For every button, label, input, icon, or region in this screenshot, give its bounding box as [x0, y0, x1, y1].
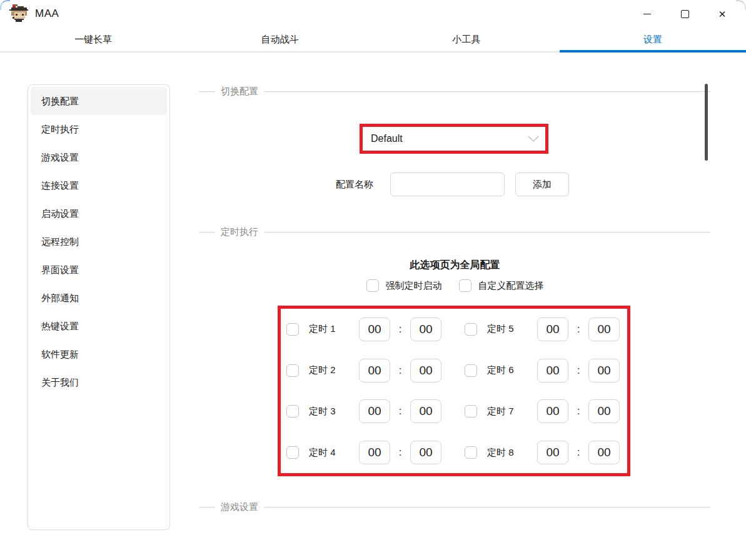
sidebar-item-hotkey-settings[interactable]: 热键设置 — [31, 312, 167, 340]
sidebar-item-external-notification[interactable]: 外部通知 — [31, 284, 167, 312]
sidebar-item-software-update[interactable]: 软件更新 — [31, 340, 167, 368]
tab-tools[interactable]: 小工具 — [373, 28, 560, 51]
close-button[interactable]: ✕ — [703, 0, 741, 28]
active-tab-underline — [560, 50, 746, 52]
tab-bar: 一键长草 自动战斗 小工具 设置 — [0, 28, 746, 52]
timer-1-minute-input[interactable] — [410, 318, 441, 341]
sidebar-item-switch-config[interactable]: 切换配置 — [31, 87, 167, 115]
timer-7-checkbox[interactable] — [465, 405, 477, 418]
timer-7-minute-input[interactable] — [588, 399, 620, 423]
maximize-icon — [681, 10, 689, 18]
section-label: 定时执行 — [221, 226, 258, 238]
time-colon: : — [568, 364, 588, 377]
timer-3-minute-input[interactable] — [410, 399, 441, 423]
tab-settings[interactable]: 设置 — [560, 28, 746, 51]
timer-1-checkbox[interactable] — [286, 323, 299, 336]
timer-2-checkbox[interactable] — [286, 364, 299, 377]
timer-6-checkbox[interactable] — [465, 364, 477, 377]
timer-7-hour-input[interactable] — [537, 399, 568, 423]
timer-1-hour-input[interactable] — [359, 318, 390, 341]
sidebar-item-scheduled-run[interactable]: 定时执行 — [31, 115, 167, 143]
divider-line — [264, 507, 710, 508]
sidebar-item-ui-settings[interactable]: 界面设置 — [31, 256, 167, 284]
time-colon: : — [568, 405, 588, 418]
add-config-button[interactable]: 添加 — [515, 172, 569, 196]
timer-8-cell: 定时 8 : — [465, 441, 620, 464]
timer-4-checkbox[interactable] — [286, 446, 299, 459]
timer-row: 定时 1 : 定时 5 : — [281, 318, 627, 341]
divider-line — [264, 232, 710, 232]
tab-auto-battle[interactable]: 自动战斗 — [186, 28, 373, 51]
timer-1-cell: 定时 1 : — [286, 318, 441, 341]
timer-4-label: 定时 4 — [309, 447, 348, 459]
maximize-button[interactable] — [666, 0, 703, 28]
tab-one-click-farming[interactable]: 一键长草 — [0, 28, 186, 51]
divider-line — [199, 232, 215, 232]
timer-2-label: 定时 2 — [309, 364, 348, 376]
close-icon: ✕ — [718, 9, 727, 19]
time-colon: : — [390, 446, 410, 459]
timer-6-hour-input[interactable] — [537, 359, 568, 382]
scrollbar-thumb[interactable] — [705, 84, 708, 161]
timer-row: 定时 4 : 定时 8 : — [281, 441, 627, 464]
timer-5-hour-input[interactable] — [537, 318, 568, 341]
section-header-switch-config: 切换配置 — [199, 84, 710, 98]
sidebar-item-about-us[interactable]: 关于我们 — [31, 368, 167, 396]
config-dropdown-value: Default — [371, 133, 528, 144]
force-start-checkbox[interactable] — [366, 279, 379, 292]
timer-5-checkbox[interactable] — [465, 323, 477, 336]
timer-grid: 定时 1 : 定时 5 : 定时 2 : — [281, 309, 627, 473]
config-name-row: 配置名称 添加 — [336, 172, 569, 196]
minimize-button[interactable] — [628, 0, 666, 28]
time-colon: : — [390, 323, 410, 336]
divider-line — [264, 91, 710, 92]
timer-3-hour-input[interactable] — [359, 399, 390, 423]
timer-4-minute-input[interactable] — [410, 441, 441, 464]
custom-config-label: 自定义配置选择 — [478, 280, 544, 292]
time-colon: : — [568, 323, 588, 336]
timer-2-cell: 定时 2 : — [286, 359, 441, 382]
settings-sidebar: 切换配置 定时执行 游戏设置 连接设置 启动设置 远程控制 界面设置 外部通知 … — [28, 84, 170, 530]
timer-3-checkbox[interactable] — [286, 405, 299, 418]
section-label: 切换配置 — [221, 86, 258, 98]
title-bar: MAA ✕ — [0, 0, 746, 28]
timer-7-label: 定时 7 — [487, 406, 527, 418]
sidebar-item-connection-settings[interactable]: 连接设置 — [31, 171, 167, 199]
timer-4-cell: 定时 4 : — [286, 441, 441, 464]
time-colon: : — [390, 364, 410, 377]
timer-6-minute-input[interactable] — [588, 359, 620, 382]
timer-8-minute-input[interactable] — [588, 441, 620, 464]
custom-config-option: 自定义配置选择 — [459, 279, 544, 292]
timer-7-cell: 定时 7 : — [465, 399, 620, 423]
global-config-note: 此选项页为全局配置 — [200, 259, 710, 272]
tab-settings-label: 设置 — [643, 34, 662, 44]
timer-8-hour-input[interactable] — [537, 441, 568, 464]
timer-2-minute-input[interactable] — [410, 359, 441, 382]
sidebar-item-startup-settings[interactable]: 启动设置 — [31, 199, 167, 228]
window-controls: ✕ — [628, 0, 741, 28]
section-header-game-settings: 游戏设置 — [199, 500, 710, 514]
timer-5-label: 定时 5 — [487, 323, 527, 335]
timer-5-minute-input[interactable] — [588, 318, 620, 341]
annotation-dropdown-highlight: Default — [360, 124, 548, 154]
timer-4-hour-input[interactable] — [359, 441, 390, 464]
minimize-icon — [643, 14, 651, 14]
config-dropdown[interactable]: Default — [363, 127, 545, 151]
annotation-timer-grid-highlight: 定时 1 : 定时 5 : 定时 2 : — [278, 306, 630, 476]
timer-row: 定时 2 : 定时 6 : — [281, 359, 627, 382]
section-header-scheduled-run: 定时执行 — [199, 225, 710, 239]
timer-8-checkbox[interactable] — [465, 446, 477, 459]
sidebar-item-remote-control[interactable]: 远程控制 — [31, 228, 167, 256]
window-title: MAA — [35, 8, 59, 20]
timer-3-label: 定时 3 — [309, 406, 348, 418]
timer-2-hour-input[interactable] — [359, 359, 390, 382]
config-name-input[interactable] — [390, 172, 505, 196]
custom-config-checkbox[interactable] — [459, 279, 471, 292]
force-start-label: 强制定时启动 — [386, 280, 442, 292]
time-colon: : — [390, 405, 410, 418]
sidebar-item-game-settings[interactable]: 游戏设置 — [31, 143, 167, 171]
divider-line — [199, 507, 215, 508]
time-colon: : — [568, 446, 588, 459]
config-name-label: 配置名称 — [336, 179, 373, 191]
timer-1-label: 定时 1 — [309, 323, 348, 335]
